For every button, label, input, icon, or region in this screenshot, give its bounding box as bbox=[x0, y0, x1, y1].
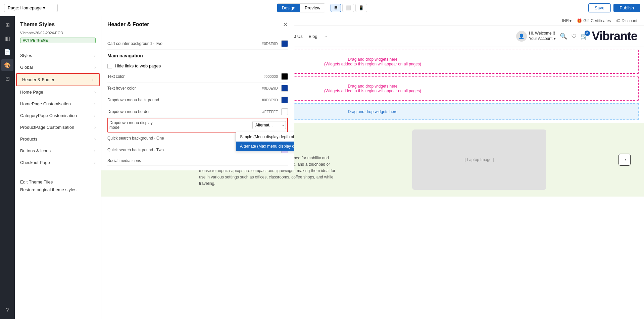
sidebar-item-products[interactable]: Products › bbox=[15, 133, 101, 145]
main-layout: ⊞ ◧ 📄 🎨 ⊡ ? Theme Styles Vibrante-26-02-… bbox=[0, 16, 644, 319]
sidebar-title: Theme Styles bbox=[15, 16, 101, 30]
text-color-swatch[interactable] bbox=[281, 73, 288, 80]
dropdown-bg-row: Dropdown menu background #0D3E9D bbox=[107, 94, 288, 106]
sidebar-item-buttons-icons-label: Buttons & Icons bbox=[20, 148, 51, 153]
restore-styles-link[interactable]: Restore original theme styles bbox=[20, 187, 96, 192]
cart-counter-bg-two-swatch[interactable] bbox=[281, 40, 288, 47]
icon-bar-logo[interactable]: ⊞ bbox=[1, 19, 13, 31]
sidebar-item-home-page-label: Home Page bbox=[20, 90, 43, 95]
icon-bar: ⊞ ◧ 📄 🎨 ⊡ ? bbox=[0, 16, 15, 319]
hide-links-checkbox[interactable] bbox=[107, 64, 112, 68]
gift-certificates[interactable]: 🎁 Gift Certificates bbox=[577, 18, 611, 23]
gift-icon: 🎁 bbox=[577, 18, 582, 23]
sidebar-item-productpage-custom[interactable]: ProductPage Customisation › bbox=[15, 121, 101, 133]
panel-body: Cart counter background · Two #0D3E9D Ma… bbox=[101, 33, 294, 170]
chevron-right-icon: › bbox=[94, 90, 96, 95]
cart-section[interactable]: 🛒 0 bbox=[581, 33, 588, 40]
edit-theme-files-link[interactable]: Edit Theme Files bbox=[20, 179, 96, 184]
sidebar-item-homepage-custom[interactable]: HomePage Customisation › bbox=[15, 98, 101, 110]
nav-blog[interactable]: Blog bbox=[309, 34, 317, 39]
dropdown-option-alternate[interactable]: Alternate (Max menu display depth) bbox=[236, 142, 294, 151]
sidebar-item-categorypage-custom[interactable]: CategoryPage Customisation › bbox=[15, 110, 101, 121]
currency-selector[interactable]: INR ▾ bbox=[562, 18, 572, 23]
chevron-right-icon: › bbox=[94, 102, 96, 106]
dropdown-mode-row: Dropdown menu display mode Alternat... ▾… bbox=[107, 118, 288, 132]
dropdown-border-label: Dropdown menu border bbox=[107, 109, 150, 114]
cart-counter-bg-two-row: Cart counter background · Two #0D3E9D bbox=[107, 38, 288, 50]
account-info: Hi, Welcome !! Your Account ▾ bbox=[529, 31, 556, 41]
currency-label: INR bbox=[562, 18, 569, 23]
gift-label: Gift Certificates bbox=[583, 18, 611, 23]
tablet-view-button[interactable]: ⬜ bbox=[342, 4, 354, 12]
sidebar-item-buttons-icons[interactable]: Buttons & Icons › bbox=[15, 145, 101, 157]
icon-bar-pages[interactable]: 📄 bbox=[1, 46, 13, 58]
page-selector-label: Page: Homepage bbox=[8, 5, 42, 10]
dropdown-bg-swatch[interactable] bbox=[281, 97, 288, 103]
icon-bar-layers[interactable]: ◧ bbox=[1, 32, 13, 44]
panel-header: Header & Footer ✕ bbox=[101, 16, 294, 33]
header-footer-panel: Header & Footer ✕ Cart counter backgroun… bbox=[101, 16, 294, 170]
text-hover-color-swatch[interactable] bbox=[281, 85, 288, 92]
sidebar-item-checkout[interactable]: Checkout Page › bbox=[15, 157, 101, 168]
tag-icon: 🏷 bbox=[616, 18, 620, 23]
sidebar-item-global-label: Global bbox=[20, 65, 33, 70]
desktop-view-button[interactable]: 🖥 bbox=[331, 4, 341, 12]
sidebar-bottom: Edit Theme Files Restore original theme … bbox=[15, 174, 101, 198]
design-preview-toggle: Design Preview bbox=[277, 3, 326, 12]
sidebar-item-categorypage-custom-label: CategoryPage Customisation bbox=[20, 113, 77, 118]
save-button[interactable]: Save bbox=[588, 3, 611, 12]
hide-links-label: Hide links to web pages bbox=[115, 63, 161, 68]
social-media-icons-row: Social media icons bbox=[107, 156, 288, 166]
chevron-right-icon: › bbox=[94, 65, 96, 70]
panel-close-button[interactable]: ✕ bbox=[283, 21, 288, 28]
dropdown-options-popup: Simple (Menu display depth of 3) Alterna… bbox=[236, 132, 294, 151]
dropdown-mode-arrow: ▾ bbox=[282, 123, 284, 127]
top-bar: Page: Homepage ▾ Design Preview 🖥 ⬜ 📱 Sa… bbox=[0, 0, 644, 16]
text-color-row: Text color #000000 bbox=[107, 71, 288, 83]
account-section[interactable]: 👤 Hi, Welcome !! Your Account ▾ bbox=[516, 31, 556, 42]
page-selector[interactable]: Page: Homepage ▾ bbox=[4, 4, 58, 12]
icon-bar-help[interactable]: ? bbox=[1, 304, 13, 316]
dropdown-bg-label: Dropdown menu background bbox=[107, 98, 159, 102]
dropdown-mode-select[interactable]: Alternat... bbox=[252, 121, 286, 129]
sidebar-item-header-footer[interactable]: Header & Footer › bbox=[16, 73, 100, 86]
mobile-view-button[interactable]: 📱 bbox=[355, 4, 367, 12]
social-media-icons-label: Social media icons bbox=[107, 158, 141, 163]
publish-button[interactable]: Publish bbox=[613, 4, 640, 12]
nav-more[interactable]: ··· bbox=[324, 34, 327, 39]
search-icon[interactable]: 🔍 bbox=[560, 33, 567, 40]
theme-name: Vibrante-26-02-2024-EOD bbox=[15, 30, 101, 37]
sidebar-item-productpage-custom-label: ProductPage Customisation bbox=[20, 125, 74, 130]
cart-count: 0 bbox=[585, 31, 590, 36]
cart-counter-bg-two-label: Cart counter background · Two bbox=[107, 41, 162, 46]
panel-title: Header & Footer bbox=[107, 21, 149, 28]
text-hover-color-label: Text hover color bbox=[107, 86, 136, 91]
quick-search-bg-two-label: Quick search background · Two bbox=[107, 148, 164, 152]
icon-bar-styles[interactable]: 🎨 bbox=[1, 59, 13, 71]
next-slide-button[interactable]: → bbox=[618, 154, 631, 166]
account-greeting: Hi, Welcome !! bbox=[529, 31, 556, 36]
account-label: Your Account ▾ bbox=[529, 36, 556, 42]
sidebar-item-home-page[interactable]: Home Page › bbox=[15, 86, 101, 98]
sidebar-item-global[interactable]: Global › bbox=[15, 61, 101, 73]
dropdown-border-value: #FFFFFF bbox=[262, 110, 278, 114]
sidebar-item-styles[interactable]: Styles › bbox=[15, 50, 101, 61]
top-bar-center: Design Preview 🖥 ⬜ 📱 bbox=[217, 3, 427, 12]
dropdown-bg-value: #0D3E9D bbox=[262, 98, 278, 102]
discount-link[interactable]: 🏷 Discount bbox=[616, 18, 637, 23]
text-color-value: #000000 bbox=[263, 74, 278, 78]
design-button[interactable]: Design bbox=[277, 4, 300, 12]
account-avatar: 👤 bbox=[516, 31, 527, 42]
icon-bar-components[interactable]: ⊡ bbox=[1, 72, 13, 85]
wishlist-icon[interactable]: ♡ bbox=[571, 33, 577, 40]
dropdown-border-swatch[interactable] bbox=[281, 108, 288, 115]
dropdown-option-simple[interactable]: Simple (Menu display depth of 3) bbox=[236, 132, 294, 142]
sidebar-divider-2 bbox=[15, 170, 101, 170]
preview-button[interactable]: Preview bbox=[300, 4, 325, 12]
text-hover-color-row: Text hover color #0D3E9D bbox=[107, 83, 288, 94]
store-top-right: INR ▾ 🎁 Gift Certificates 🏷 Discount bbox=[562, 18, 637, 23]
quick-search-bg-one-label: Quick search background · One bbox=[107, 136, 164, 141]
chevron-right-icon: › bbox=[94, 125, 96, 130]
laptop-image-placeholder: [ Laptop Image ] bbox=[412, 129, 546, 190]
active-theme-badge: ACTIVE THEME bbox=[20, 38, 96, 43]
